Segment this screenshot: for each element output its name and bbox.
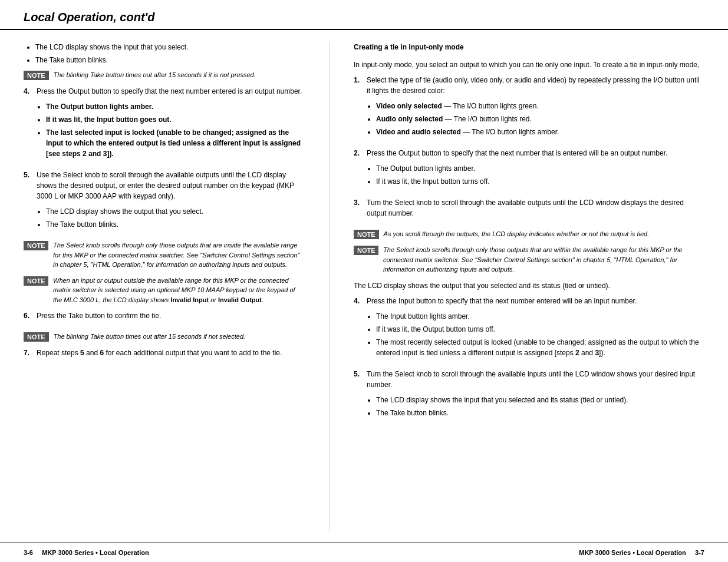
step-text: Press the Output button to specify that … [37,86,306,97]
step-content: Turn the Select knob to scroll through t… [367,369,704,423]
list-item: The LCD display shows the input that you… [376,395,704,405]
page-container: Local Operation, cont'd The LCD display … [0,0,728,562]
note-text: When an input or output outside the avai… [53,276,306,305]
content-area: The LCD display shows the input that you… [0,30,728,543]
footer-page-right: 3-7 [695,549,704,556]
step-number: 1. [354,75,367,142]
note-invalid-input: NOTE When an input or output outside the… [24,276,306,305]
note-text: The blinking Take button times out after… [54,332,246,342]
step-6: 6. Press the Take button to confirm the … [24,310,306,326]
step-7: 7. Repeat steps 5 and 6 for each additio… [24,348,306,363]
step-content: Press the Output button to specify that … [367,148,704,191]
step-text: Turn the Select knob to scroll through t… [367,369,704,390]
note-label: NOTE [24,71,49,80]
step-sub-list: The LCD display shows the input that you… [376,395,704,418]
step-sub-list: Video only selected — The I/O button lig… [376,101,704,137]
note-select-range-2: NOTE The Select knob scrolls through onl… [354,245,704,275]
right-step-5: 5. Turn the Select knob to scroll throug… [354,369,704,423]
right-column: Creating a tie in input-only mode In inp… [330,42,728,531]
note-label: NOTE [354,246,378,255]
step-sub-list: The Output button lights amber. If it wa… [46,101,306,159]
list-item: The Input button lights amber. [376,311,704,322]
note-label: NOTE [24,241,48,250]
left-column: The LCD display shows the input that you… [0,42,330,531]
footer-right: MKP 3000 Series • Local Operation 3-7 [579,549,704,556]
page-title: Local Operation, cont'd [24,11,704,24]
list-item: The Take button blinks. [35,55,306,65]
step-text: Turn the Select knob to scroll through t… [367,197,704,219]
list-item: The LCD display shows the output that yo… [46,206,306,217]
note-label: NOTE [24,276,48,286]
step-text: Select the type of tie (audio only, vide… [367,75,704,96]
list-item: Video and audio selected — The I/O butto… [376,127,704,137]
step-text: Use the Select knob to scroll through th… [37,170,306,201]
list-item: If it was lit, the Input button goes out… [46,114,306,125]
step-sub-list: The LCD display shows the output that yo… [46,206,306,230]
step-5: 5. Use the Select knob to scroll through… [24,170,306,234]
step-number: 5. [354,369,367,423]
footer-page-left: 3-6 [24,549,33,556]
step-number: 5. [24,170,37,234]
step-content: Press the Output button to specify that … [37,86,306,164]
note-text: The blinking Take button times out after… [54,70,256,80]
step-number: 7. [24,348,37,363]
step-text: Press the Output button to specify that … [367,148,704,158]
list-item: The Output button lights amber. [46,101,306,112]
step-text: Press the Take button to confirm the tie… [37,310,306,321]
right-step-2: 2. Press the Output button to specify th… [354,148,704,191]
note-label: NOTE [354,230,379,239]
note-take-timeout-2: NOTE The blinking Take button times out … [24,332,306,342]
footer-text-right: MKP 3000 Series • Local Operation [579,549,686,556]
footer-left: 3-6 MKP 3000 Series • Local Operation [24,549,149,556]
list-item: The LCD display shows the input that you… [35,42,306,52]
step-number: 3. [354,197,367,223]
right-step-1: 1. Select the type of tie (audio only, v… [354,75,704,142]
step-content: Repeat steps 5 and 6 for each additional… [37,348,306,363]
step-number: 6. [24,310,37,326]
page-header: Local Operation, cont'd [0,0,728,30]
step-content: Press the Take button to confirm the tie… [37,310,306,326]
step-text: Press the Input button to specify that t… [367,296,704,306]
note-select-range-1: NOTE The Select knob scrolls through onl… [24,240,306,270]
note-scroll-outputs: NOTE As you scroll through the outputs, … [354,229,704,239]
intro-bullet-list: The LCD display shows the input that you… [35,42,306,65]
list-item: Video only selected — The I/O button lig… [376,101,704,111]
note-text: The Select knob scrolls through only tho… [53,240,306,270]
step-4: 4. Press the Output button to specify th… [24,86,306,164]
step-number: 2. [354,148,367,191]
step-sub-list: The Output button lights amber. If it wa… [376,163,704,187]
step-content: Press the Input button to specify that t… [367,296,704,363]
list-item: The Output button lights amber. [376,163,704,174]
note-take-timeout-1: NOTE The blinking Take button times out … [24,70,306,80]
step-number: 4. [24,86,37,164]
note-text: As you scroll through the outputs, the L… [384,229,650,239]
step-content: Select the type of tie (audio only, vide… [367,75,704,142]
list-item: Audio only selected — The I/O button lig… [376,114,704,124]
list-item: The most recently selected output is loc… [376,337,704,358]
list-item: The Take button blinks. [376,408,704,418]
note-label: NOTE [24,332,49,342]
step-number: 4. [354,296,367,363]
list-item: If it was lit, the Output button turns o… [376,324,704,335]
list-item: The last selected input is locked (unabl… [46,127,306,159]
list-item: The Take button blinks. [46,219,306,230]
page-footer: 3-6 MKP 3000 Series • Local Operation MK… [0,543,728,562]
footer-text-left: MKP 3000 Series • Local Operation [42,549,149,556]
lcd-status-para: The LCD display shows the output that yo… [354,280,704,291]
right-step-4: 4. Press the Input button to specify tha… [354,296,704,363]
list-item: If it was lit, the Input button turns of… [376,176,704,187]
step-content: Use the Select knob to scroll through th… [37,170,306,234]
right-step-3: 3. Turn the Select knob to scroll throug… [354,197,704,223]
section-title: Creating a tie in input-only mode [354,42,704,52]
section-intro: In input-only mode, you select an output… [354,59,704,70]
step-text: Repeat steps 5 and 6 for each additional… [37,348,306,358]
step-sub-list: The Input button lights amber. If it was… [376,311,704,358]
step-content: Turn the Select knob to scroll through t… [367,197,704,223]
note-text: The Select knob scrolls through only tho… [383,245,704,275]
